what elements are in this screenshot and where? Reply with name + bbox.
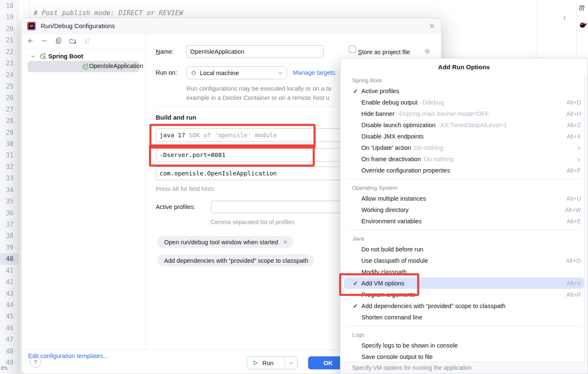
copy-icon[interactable] <box>55 37 62 44</box>
name-input[interactable]: OpenIsleApplication <box>186 45 324 58</box>
editor-left-edge <box>29 0 30 18</box>
check-icon: ✓ <box>353 280 361 287</box>
menu-item[interactable]: Environment variablesAlt+E <box>340 215 588 227</box>
menu-item[interactable]: Hide banner-Dspring.main.banner-mode=OFF… <box>340 108 588 119</box>
menu-separator <box>340 176 588 183</box>
menu-item-label: Shorten command line <box>361 314 422 321</box>
tag-open-tool-window: Open run/debug tool window when started× <box>157 236 293 248</box>
menu-item[interactable]: Use classpath of moduleAlt+O <box>340 255 588 266</box>
menu-item[interactable]: Save console output to file <box>340 351 588 361</box>
menu-item-label: Specify logs to be shown in console <box>361 342 458 349</box>
run-on-description-line2: example in a Docker Container or on a re… <box>186 94 329 101</box>
line-number: 31 <box>0 150 13 161</box>
menu-item-label: Do not build before run <box>361 246 423 253</box>
menu-item[interactable]: ✓Add dependencies with “provided” scope … <box>340 300 588 311</box>
tree-item-label: OpenIsleApplication <box>89 63 143 69</box>
chevron-down-icon <box>278 71 283 76</box>
line-number: 21 <box>0 35 13 46</box>
menu-item[interactable]: Disable launch optimization-XX:TieredSto… <box>340 119 588 131</box>
line-number: 34 <box>0 185 13 196</box>
menu-item[interactable]: Allow multiple instancesAlt+U <box>340 193 588 204</box>
menu-item-shortcut: Alt+H <box>566 110 581 117</box>
name-label: Name: <box>156 48 174 55</box>
run-on-select[interactable]: Local machine <box>186 66 287 79</box>
line-number: 44 <box>0 300 13 311</box>
popup-title: Add Run Options <box>340 58 588 75</box>
check-icon: ✓ <box>353 303 361 309</box>
intellij-logo-icon: IJ <box>27 22 36 30</box>
new-folder-icon[interactable] <box>69 37 77 44</box>
active-profiles-label: Active profiles: <box>156 204 195 210</box>
chevron-down-icon[interactable] <box>31 54 35 59</box>
add-icon[interactable] <box>26 37 34 44</box>
tree-item-openisleapplication[interactable]: OpenIsleApplication <box>28 61 139 72</box>
line-number: 35 <box>0 196 13 207</box>
line-number: 18 <box>0 0 13 12</box>
remove-icon[interactable] <box>41 37 48 44</box>
edit-configuration-templates-link[interactable]: Edit configuration templates... <box>28 353 108 359</box>
menu-item[interactable]: Specify logs to be shown in console <box>340 340 588 351</box>
sort-alphabetically-icon[interactable]: az <box>84 37 91 44</box>
menu-item[interactable]: Modify classpath <box>340 266 588 277</box>
play-icon <box>252 360 259 366</box>
menu-item-shortcut: Alt+D <box>566 99 581 106</box>
run-button[interactable]: Run <box>247 356 298 369</box>
line-number: 28 <box>0 115 13 127</box>
menu-item-label: Disable launch optimization <box>361 122 436 128</box>
menu-item-shortcut: Alt+U <box>566 195 581 202</box>
menu-item[interactable]: On 'Update' actionDo nothing› <box>340 142 588 153</box>
line-number: 25 <box>0 81 13 92</box>
menu-item-hint: -Dspring.main.banner-mode=OFF <box>397 110 489 117</box>
menu-item[interactable]: Working directoryAlt+W <box>340 204 588 215</box>
line-number: 41 <box>0 265 13 277</box>
menu-item[interactable]: Override configuration propertiesAlt+P <box>340 165 588 176</box>
close-icon[interactable] <box>429 23 435 29</box>
run-on-description-line1: Run configurations may be executed local… <box>186 85 331 92</box>
tag-provided-scope: Add dependencies with “provided” scope t… <box>157 254 314 267</box>
menu-item-shortcut: Alt+O <box>566 257 581 264</box>
active-profiles-hint: Comma separated list of profiles <box>210 219 295 225</box>
scrollbar-marker <box>564 16 565 20</box>
line-number: 43 <box>0 288 13 300</box>
line-number: 42 <box>0 277 13 288</box>
line-number: 40 <box>0 254 13 265</box>
menu-item-shortcut: Alt+E <box>567 218 581 225</box>
toolwindow-label-fragment: es <box>1 364 8 371</box>
menu-item-label: Allow multiple instances <box>361 195 426 202</box>
menu-item-hint: -Ddebug <box>421 99 444 106</box>
remove-tag-icon[interactable]: × <box>283 238 287 246</box>
store-as-project-file-label: Store as project file <box>358 49 410 55</box>
menu-item[interactable]: Do not build before run <box>340 243 588 255</box>
main-class-input[interactable]: com.openisle.OpenIsleApplication <box>156 167 345 180</box>
menu-item-label: Save console output to file <box>361 353 433 360</box>
help-button[interactable]: ? <box>30 356 41 368</box>
menu-item[interactable]: Shorten command line <box>340 311 588 323</box>
line-number: 29 <box>0 127 13 139</box>
menu-item-hint: Do nothing <box>424 156 453 162</box>
menu-item[interactable]: Program argumentsAlt+R <box>340 289 588 300</box>
store-as-project-file-checkbox[interactable] <box>349 46 356 53</box>
menu-item-label: Disable JMX endpoints <box>361 133 423 140</box>
chevron-down-icon[interactable] <box>285 361 297 366</box>
menu-item[interactable]: Disable JMX endpointsAlt+X <box>340 131 588 142</box>
popup-section-header: Operating System <box>340 183 588 193</box>
line-number: 20 <box>0 24 13 35</box>
run-on-value: Local machine <box>200 70 239 76</box>
menu-item-label: Program arguments <box>361 291 415 298</box>
menu-item-hint: Do nothing <box>414 144 443 151</box>
menu-item[interactable]: On frame deactivationDo nothing› <box>340 153 588 165</box>
menu-item-label: Use classpath of module <box>361 257 428 264</box>
manage-targets-link[interactable]: Manage targets <box>293 69 335 76</box>
menu-item-label: On frame deactivation <box>361 156 421 162</box>
vm-options-input[interactable]: -Dserver.port=8081 <box>156 148 345 162</box>
menu-item-label: On 'Update' action <box>361 144 411 151</box>
menu-item[interactable]: ✓Add VM optionsAlt+V <box>340 277 588 289</box>
popup-menu: Spring Boot✓Active profilesEnable debug … <box>340 75 588 361</box>
line-number: 37 <box>0 219 13 230</box>
menu-item-label: Hide banner <box>361 110 395 117</box>
gear-icon[interactable] <box>423 47 431 55</box>
menu-item[interactable]: ✓Active profiles <box>340 85 588 97</box>
menu-item[interactable]: Enable debug output-DdebugAlt+D <box>340 97 588 108</box>
menu-item-label: Environment variables <box>361 218 421 225</box>
jre-input[interactable]: java 17SDK of 'openisle' module <box>156 128 345 142</box>
